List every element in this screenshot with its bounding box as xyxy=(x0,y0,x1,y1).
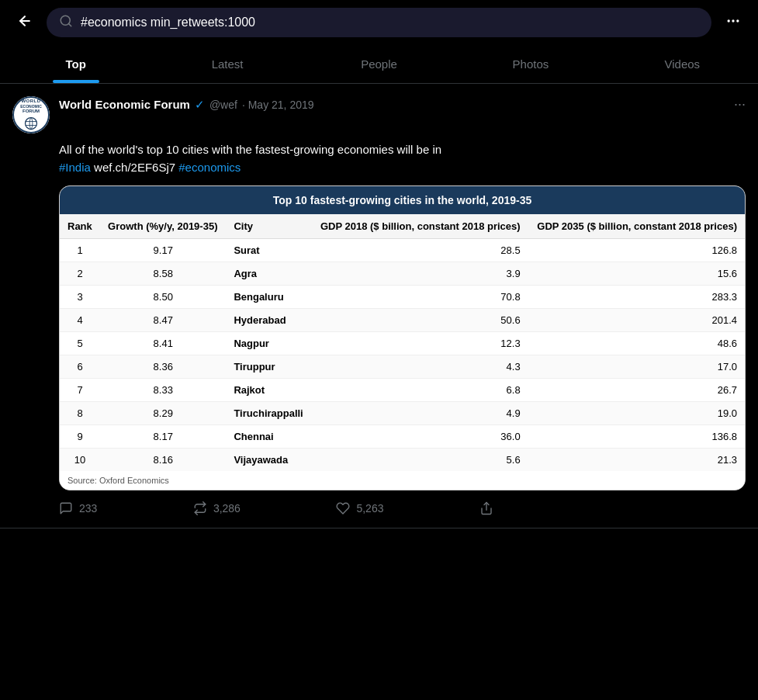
table-row: 108.16Vijayawada5.621.3 xyxy=(60,449,745,472)
tab-latest[interactable]: Latest xyxy=(151,45,303,83)
cell-gdp2035: 15.6 xyxy=(528,262,745,286)
verified-badge: ✓ xyxy=(195,98,205,112)
cell-gdp2035: 136.8 xyxy=(528,425,745,449)
svg-point-5 xyxy=(736,19,739,22)
cell-city: Surat xyxy=(226,239,311,262)
col-header-city: City xyxy=(226,214,311,239)
like-count: 5,263 xyxy=(356,502,383,515)
cell-growth: 8.41 xyxy=(100,332,226,355)
tweet-date: · May 21, 2019 xyxy=(242,99,314,111)
search-icon xyxy=(59,14,73,31)
cell-city: Agra xyxy=(226,262,311,286)
cell-gdp2018: 4.3 xyxy=(311,355,528,379)
share-action[interactable] xyxy=(479,501,493,515)
cell-growth: 8.58 xyxy=(100,262,226,286)
retweet-action[interactable]: 3,286 xyxy=(193,501,241,515)
table-row: 19.17Surat28.5126.8 xyxy=(60,239,745,262)
tab-top[interactable]: Top xyxy=(0,45,151,83)
cell-gdp2018: 50.6 xyxy=(311,309,528,332)
reply-icon xyxy=(59,501,73,515)
table-source: Source: Oxford Economics xyxy=(60,471,745,490)
tweet-more-button[interactable]: ··· xyxy=(734,96,746,113)
cell-gdp2035: 283.3 xyxy=(528,286,745,309)
cell-gdp2018: 4.9 xyxy=(311,402,528,425)
cell-rank: 9 xyxy=(60,425,100,449)
cell-rank: 8 xyxy=(60,402,100,425)
cell-gdp2018: 12.3 xyxy=(311,332,528,355)
cell-growth: 8.36 xyxy=(100,355,226,379)
cell-rank: 4 xyxy=(60,309,100,332)
avatar: WORLD ECONOMIC FORUM xyxy=(12,96,50,133)
table-row: 28.58Agra3.915.6 xyxy=(60,262,745,286)
cell-rank: 7 xyxy=(60,379,100,402)
reply-action[interactable]: 233 xyxy=(59,501,97,515)
cell-rank: 10 xyxy=(60,449,100,472)
like-icon xyxy=(336,501,350,515)
cell-city: Rajkot xyxy=(226,379,311,402)
cell-gdp2018: 6.8 xyxy=(311,379,528,402)
header: #economics min_retweets:1000 xyxy=(0,0,758,45)
tweet-card: WORLD ECONOMIC FORUM World Economic Foru… xyxy=(0,84,758,528)
cell-city: Vijayawada xyxy=(226,449,311,472)
like-action[interactable]: 5,263 xyxy=(336,501,383,515)
cell-city: Tiruchirappalli xyxy=(226,402,311,425)
back-button[interactable] xyxy=(12,9,37,37)
author-row: World Economic Forum ✓ @wef · May 21, 20… xyxy=(59,96,746,113)
cell-growth: 8.29 xyxy=(100,402,226,425)
search-tabs: Top Latest People Photos Videos xyxy=(0,45,758,84)
col-header-gdp2018: GDP 2018 ($ billion, constant 2018 price… xyxy=(311,214,528,239)
cell-city: Tiruppur xyxy=(226,355,311,379)
table-row: 48.47Hyderabad50.6201.4 xyxy=(60,309,745,332)
tweet-body-text: All of the world's top 10 cities with th… xyxy=(59,143,441,156)
cell-gdp2035: 48.6 xyxy=(528,332,745,355)
more-options-button[interactable] xyxy=(721,9,746,37)
cell-gdp2018: 28.5 xyxy=(311,239,528,262)
cell-gdp2018: 36.0 xyxy=(311,425,528,449)
tab-people[interactable]: People xyxy=(303,45,455,83)
tab-photos[interactable]: Photos xyxy=(455,45,606,83)
cell-gdp2035: 126.8 xyxy=(528,239,745,262)
cell-growth: 8.16 xyxy=(100,449,226,472)
svg-point-6 xyxy=(26,118,37,130)
author-handle: @wef xyxy=(209,99,237,111)
cell-gdp2018: 70.8 xyxy=(311,286,528,309)
cell-city: Chennai xyxy=(226,425,311,449)
author-name: World Economic Forum xyxy=(59,98,190,111)
col-header-rank: Rank xyxy=(60,214,100,239)
cell-gdp2018: 5.6 xyxy=(311,449,528,472)
tweet-hashtag-economics[interactable]: #economics xyxy=(178,161,241,174)
share-icon xyxy=(479,501,493,515)
table-row: 78.33Rajkot6.826.7 xyxy=(60,379,745,402)
cell-gdp2035: 17.0 xyxy=(528,355,745,379)
table-row: 38.50Bengaluru70.8283.3 xyxy=(60,286,745,309)
cell-rank: 2 xyxy=(60,262,100,286)
cell-growth: 9.17 xyxy=(100,239,226,262)
svg-point-3 xyxy=(728,19,730,22)
tweet-actions: 233 3,286 5,263 xyxy=(59,501,493,515)
cell-growth: 8.33 xyxy=(100,379,226,402)
cell-gdp2035: 21.3 xyxy=(528,449,745,472)
cell-gdp2035: 201.4 xyxy=(528,309,745,332)
cell-rank: 6 xyxy=(60,355,100,379)
retweet-count: 3,286 xyxy=(213,502,241,515)
cell-rank: 1 xyxy=(60,239,100,262)
cell-growth: 8.17 xyxy=(100,425,226,449)
cell-city: Hyderabad xyxy=(226,309,311,332)
table-title: Top 10 fastest-growing cities in the wor… xyxy=(60,186,745,214)
cell-city: Bengaluru xyxy=(226,286,311,309)
retweet-icon xyxy=(193,501,207,515)
cell-gdp2018: 3.9 xyxy=(311,262,528,286)
cell-city: Nagpur xyxy=(226,332,311,355)
col-header-growth: Growth (%y/y, 2019-35) xyxy=(100,214,226,239)
tweet-body: All of the world's top 10 cities with th… xyxy=(59,141,746,176)
table-row: 58.41Nagpur12.348.6 xyxy=(60,332,745,355)
tweet-meta: World Economic Forum ✓ @wef · May 21, 20… xyxy=(59,96,746,113)
tab-videos[interactable]: Videos xyxy=(607,45,758,83)
cell-growth: 8.47 xyxy=(100,309,226,332)
search-bar[interactable]: #economics min_retweets:1000 xyxy=(47,8,711,37)
cell-rank: 5 xyxy=(60,332,100,355)
cities-table: Rank Growth (%y/y, 2019-35) City GDP 201… xyxy=(60,214,745,471)
tweet-hashtag-india[interactable]: #India xyxy=(59,161,91,174)
table-row: 98.17Chennai36.0136.8 xyxy=(60,425,745,449)
table-row: 68.36Tiruppur4.317.0 xyxy=(60,355,745,379)
